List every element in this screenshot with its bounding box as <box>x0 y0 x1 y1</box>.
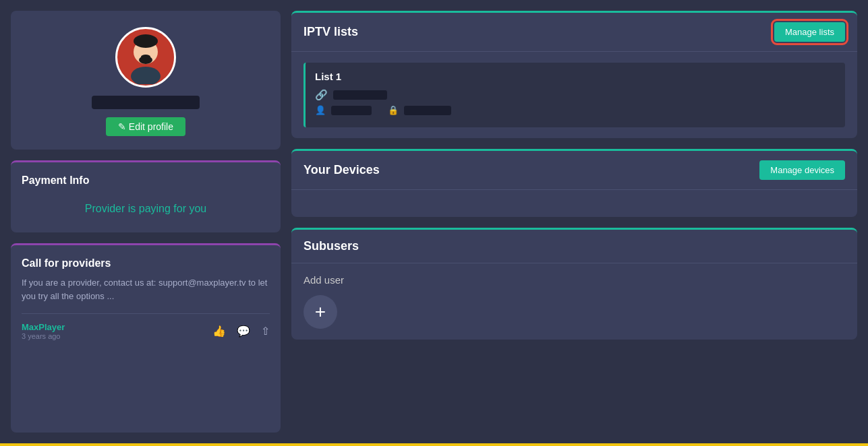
post-author-time: 3 years ago <box>22 332 204 340</box>
bottom-bar <box>0 443 868 446</box>
iptv-url-row: 🔗 <box>315 89 836 101</box>
password-redacted-bar <box>404 106 451 115</box>
provider-paying-text: Provider is paying for you <box>22 197 270 220</box>
url-redacted <box>333 90 387 100</box>
call-providers-title: Call for providers <box>22 257 270 269</box>
like-icon[interactable]: 👍 <box>212 325 226 338</box>
profile-card: ✎ Edit profile <box>11 11 281 150</box>
devices-card: Your Devices Manage devices <box>291 149 857 217</box>
link-icon: 🔗 <box>315 89 328 101</box>
share-icon[interactable]: ⇧ <box>261 325 270 338</box>
payment-card: Payment Info Provider is paying for you <box>11 160 281 232</box>
username-redacted-bar <box>331 106 372 115</box>
devices-title: Your Devices <box>303 163 380 177</box>
post-author: MaxPlayer 3 years ago <box>22 322 204 340</box>
iptv-credentials-row: 👤 🔒 <box>315 105 836 115</box>
manage-lists-button[interactable]: Manage lists <box>774 22 845 42</box>
devices-body <box>291 190 857 217</box>
add-user-label: Add user <box>303 274 845 286</box>
devices-header: Your Devices Manage devices <box>291 151 857 190</box>
right-panel: IPTV lists Manage lists List 1 🔗 👤 🔒 <box>291 11 857 433</box>
post-author-name: MaxPlayer <box>22 322 204 332</box>
iptv-lists-title: IPTV lists <box>303 25 358 39</box>
subusers-header: Subusers <box>291 230 857 263</box>
call-providers-description: If you are a provider, contact us at: su… <box>22 276 270 302</box>
svg-point-5 <box>141 55 150 59</box>
svg-point-3 <box>134 34 158 48</box>
add-user-button[interactable]: + <box>303 295 337 329</box>
manage-devices-button[interactable]: Manage devices <box>759 160 845 180</box>
user-icon: 👤 <box>315 105 326 115</box>
iptv-list-item: List 1 🔗 👤 🔒 <box>303 63 845 127</box>
lock-icon: 🔒 <box>388 105 399 115</box>
post-actions: 👍 💬 ⇧ <box>212 325 270 338</box>
iptv-lists-header: IPTV lists Manage lists <box>291 13 857 52</box>
edit-profile-button[interactable]: ✎ Edit profile <box>106 117 185 136</box>
subusers-body: Add user + <box>291 263 857 340</box>
iptv-lists-body: List 1 🔗 👤 🔒 <box>291 52 857 138</box>
username-redacted <box>92 96 200 109</box>
post-footer: MaxPlayer 3 years ago 👍 💬 ⇧ <box>22 313 270 340</box>
iptv-list-name: List 1 <box>315 71 836 82</box>
avatar <box>115 27 176 88</box>
comment-icon[interactable]: 💬 <box>237 325 250 338</box>
iptv-lists-card: IPTV lists Manage lists List 1 🔗 👤 🔒 <box>291 11 857 138</box>
call-providers-card: Call for providers If you are a provider… <box>11 243 281 433</box>
subusers-card: Subusers Add user + <box>291 228 857 340</box>
subusers-title: Subusers <box>303 239 359 253</box>
left-panel: ✎ Edit profile Payment Info Provider is … <box>11 11 281 433</box>
payment-title: Payment Info <box>22 174 270 187</box>
